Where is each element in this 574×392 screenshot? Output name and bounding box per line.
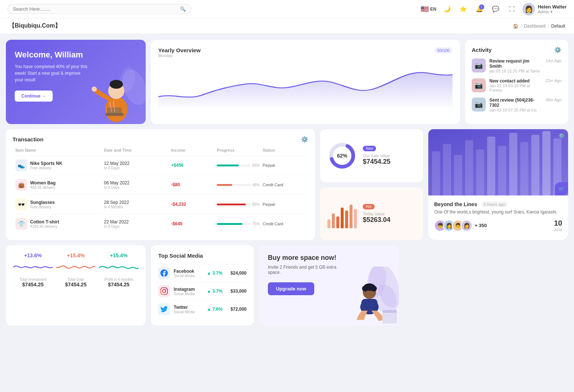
item-date: 28 Sep 2022 [104, 200, 168, 205]
yearly-badge: 50/100 [434, 47, 453, 54]
beyond-body: Beyond the Lines 6 hours ago One Of the … [428, 195, 568, 240]
social-name: Twitter [174, 305, 195, 310]
svg-point-5 [92, 86, 97, 92]
breadcrumb-dashboard[interactable]: Dashboard [524, 24, 546, 29]
activity-time: 22m Ago [546, 78, 561, 83]
col-progress: Progress [217, 148, 259, 152]
row-1: Welcome, William You have completed 40% … [6, 40, 568, 124]
col-income: Income [171, 148, 214, 152]
item-days: In 5 Days [104, 186, 168, 190]
row-2: Transaction ⚙️ Item Name Date and Time I… [6, 129, 568, 240]
search-box[interactable]: 🔍 [7, 4, 191, 14]
continue-button[interactable]: Continue → [15, 91, 53, 102]
item-income: -$645 [171, 221, 214, 226]
social-name: Facebook [174, 269, 195, 274]
avatar: 👩 [522, 3, 535, 15]
yearly-chart [158, 64, 453, 108]
item-status: Paypal [263, 202, 305, 206]
sale-label: Our Sale Value [363, 153, 390, 158]
svg-rect-17 [487, 137, 495, 195]
yearly-day: Monday [158, 53, 201, 58]
svg-rect-21 [531, 135, 539, 195]
notifications-icon[interactable]: 🔔 1 [474, 4, 485, 15]
social-row: Facebook Social Media ▲ 3.7% $24,000 [158, 264, 247, 282]
transaction-settings-icon[interactable]: ⚙️ [301, 136, 308, 143]
social-sub: Social Media [174, 274, 195, 278]
today-label: Today Value [363, 212, 390, 216]
upgrade-button[interactable]: Upgrade now [268, 282, 314, 295]
item-name: Women Bag [30, 180, 56, 186]
social-media-card: Top Social Media Facebook Social Media ▲… [151, 245, 254, 325]
search-input[interactable] [13, 6, 180, 12]
activity-list: 📷 Review request jim Smith jan 03 19 12:… [472, 59, 561, 112]
hot-bar-chart [327, 199, 357, 228]
transaction-title: Transaction [13, 136, 43, 142]
buy-illustration [325, 245, 399, 325]
today-value: $5263.04 [363, 216, 390, 224]
transaction-rows: 👟 Nike Sports NK Free delivery 12 May 20… [13, 155, 308, 233]
item-income: -$80 [171, 182, 214, 187]
person-illustration [87, 65, 146, 124]
buy-space-card: Buy more space now! Invite 2 Friends and… [259, 245, 399, 325]
table-row: 👜 Women Bag ₹83.65 delivery 06 May 2022 … [13, 175, 308, 194]
svg-rect-22 [542, 131, 550, 195]
social-sub: Social Media [174, 292, 195, 296]
dark-mode-toggle[interactable]: 🌙 [442, 4, 453, 15]
beyond-ago: 6 hours ago [481, 201, 508, 207]
social-media-title: Top Social Media [158, 252, 247, 259]
beyond-day: 10 [553, 219, 562, 227]
user-menu[interactable]: 👩 Helen Walter Admin ▾ [522, 3, 567, 15]
activity-title: Activity [472, 47, 492, 53]
activity-subtitle: Jan 02 19 07:35 PM at Iris [489, 108, 542, 112]
activity-time: 14m Ago [546, 59, 561, 63]
beyond-plus-more: + 350 [475, 223, 487, 228]
svg-rect-20 [520, 142, 528, 195]
bar-item [327, 219, 330, 228]
bar-item [341, 208, 344, 228]
nav-icons: 🇺🇸 EN 🌙 ⭐ 🔔 1 💬 ⛶ 👩 Helen Walter Admin ▾ [421, 3, 567, 15]
item-status: Credit Card [263, 183, 305, 187]
beyond-settings-icon[interactable]: ⚙️ [559, 133, 564, 138]
messages-icon[interactable]: 💬 [490, 4, 501, 15]
fullscreen-icon[interactable]: ⛶ [506, 4, 517, 15]
item-name: Sunglasses [30, 200, 55, 205]
yearly-title: Yearly Overview [158, 47, 201, 53]
social-row: Twitter Social Media ▲ 7.6% $72,000 [158, 300, 247, 318]
home-icon[interactable]: 🏠 [513, 24, 518, 29]
activity-item: 📷 Review request jim Smith jan 03 19 12:… [472, 59, 561, 73]
col-item-name: Item Name [15, 148, 101, 152]
activity-thumb: 📷 [472, 59, 486, 73]
svg-rect-18 [498, 146, 506, 195]
activity-item: 📷 Sent review (504)236-7302 Jan 02 19 07… [472, 98, 561, 112]
item-delivery: Free delivery [30, 205, 55, 209]
table-row: 👟 Nike Sports NK Free delivery 12 May 20… [13, 155, 308, 175]
activity-settings-icon[interactable]: ⚙️ [554, 46, 561, 53]
bar-item [354, 209, 357, 228]
donut-label: 62% [337, 153, 347, 159]
item-delivery: ₹83.65 delivery [30, 186, 56, 190]
main-content: Welcome, William You have completed 40% … [0, 34, 574, 331]
col-status: Status [263, 148, 305, 152]
new-tag: New [363, 146, 376, 151]
bar-item [332, 213, 335, 228]
social-icon [158, 285, 170, 297]
social-pct: ▲ 3.7% [207, 289, 223, 294]
social-pct: ▲ 3.7% [207, 271, 223, 276]
social-name: Instagram [174, 287, 195, 292]
language-selector[interactable]: 🇺🇸 EN [421, 5, 436, 13]
beyond-title: Beyond the Lines [434, 201, 477, 207]
star-icon[interactable]: ⭐ [458, 4, 469, 15]
beyond-month: June [553, 227, 562, 232]
item-status: Paypal [263, 163, 305, 167]
beyond-cart-icon[interactable]: 🛒 [555, 182, 568, 195]
mini-stat: +15.4% Profit in 6 months $7454.25 [99, 252, 138, 318]
yearly-overview-card: Yearly Overview Monday 50/100 [151, 40, 460, 124]
svg-rect-13 [443, 144, 451, 195]
user-name: Helen Walter [538, 4, 567, 10]
sale-hot-card: Hot Today Value $5263.04 [320, 187, 423, 240]
breadcrumb-bar: 【Biqubiqu.Com】 🏠 / Dashboard / Default [0, 18, 574, 34]
flag-icon: 🇺🇸 [421, 5, 429, 13]
social-val: $33,000 [231, 289, 247, 294]
svg-rect-16 [476, 149, 484, 195]
lang-label: EN [430, 7, 436, 12]
